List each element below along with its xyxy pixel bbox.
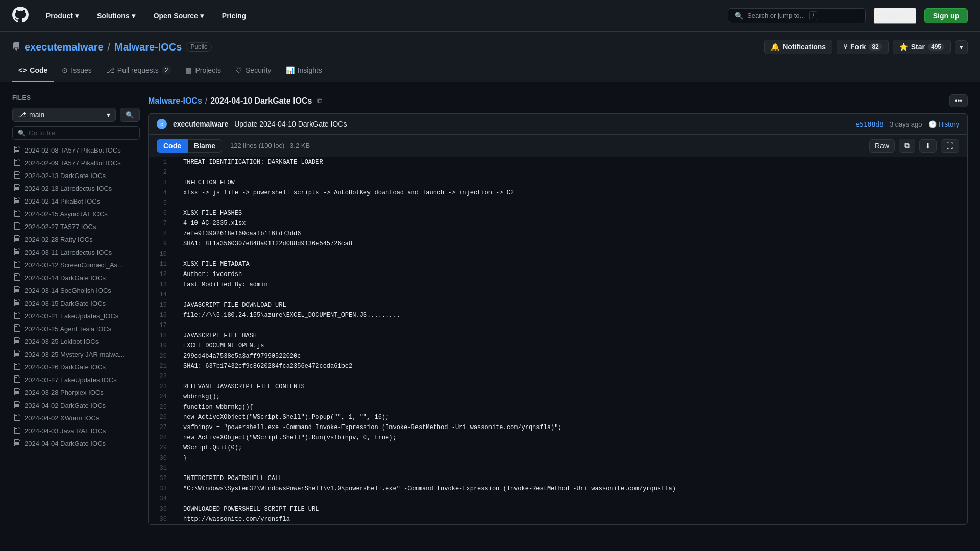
search-bar[interactable]: 🔍 Search or jump to... / <box>728 8 866 23</box>
line-number[interactable]: 33 <box>149 484 175 494</box>
nav-open-source[interactable]: Open Source ▾ <box>149 8 209 24</box>
list-item[interactable]: 2024-03-25 Mystery JAR malwa... <box>12 348 140 361</box>
list-item[interactable]: 2024-03-12 ScreenConnect_As... <box>12 259 140 271</box>
list-item[interactable]: 2024-04-03 Java RAT IOCs <box>12 424 140 437</box>
line-number[interactable]: 36 <box>149 514 175 524</box>
nav-solutions[interactable]: Solutions ▾ <box>92 8 140 24</box>
line-number[interactable]: 7 <box>149 218 175 229</box>
list-item[interactable]: 2024-03-14 SocGholish IOCs <box>12 284 140 297</box>
tab-code[interactable]: <> Code <box>12 62 54 82</box>
line-number[interactable]: 1 <box>149 157 175 167</box>
repo-owner-link[interactable]: executemalware <box>24 41 104 53</box>
go-to-file-search[interactable]: 🔍 Go to file <box>12 126 140 140</box>
line-number[interactable]: 12 <box>149 269 175 280</box>
list-item[interactable]: 2024-04-02 DarkGate IOCs <box>12 399 140 412</box>
list-item[interactable]: 2024-02-09 TA577 PikaBot IOCs <box>12 157 140 169</box>
line-number[interactable]: 3 <box>149 178 175 188</box>
line-number[interactable]: 19 <box>149 341 175 351</box>
star-button[interactable]: ⭐ Star 495 <box>893 40 951 54</box>
line-number[interactable]: 10 <box>149 249 175 259</box>
more-options-button[interactable]: ▾ <box>955 40 968 54</box>
tab-projects[interactable]: ▦ Projects <box>179 62 227 82</box>
github-logo[interactable] <box>12 7 29 24</box>
nav-pricing[interactable]: Pricing <box>217 8 251 24</box>
sign-up-button[interactable]: Sign up <box>924 8 968 23</box>
repo-tabs: <> Code ⊙ Issues ⎇ Pull requests 2 ▦ Pro… <box>12 62 968 82</box>
copy-path-button[interactable]: ⧉ <box>315 96 324 106</box>
line-number[interactable]: 4 <box>149 188 175 198</box>
line-number[interactable]: 21 <box>149 361 175 371</box>
list-item[interactable]: 2024-03-25 Lokibot IOCs <box>12 335 140 348</box>
nav-product[interactable]: Product ▾ <box>41 8 84 24</box>
copy-raw-button[interactable]: ⧉ <box>899 139 915 153</box>
blame-tab[interactable]: Blame <box>188 139 222 153</box>
download-button[interactable]: ⬇ <box>919 139 937 153</box>
search-file-button[interactable]: 🔍 <box>120 108 140 122</box>
list-item[interactable]: 2024-02-08 TA577 PikaBot IOCs <box>12 144 140 157</box>
list-item[interactable]: 2024-04-04 DarkGate IOCs <box>12 437 140 450</box>
list-item[interactable]: 2024-04-02 XWorm IOCs <box>12 412 140 424</box>
line-number[interactable]: 17 <box>149 320 175 331</box>
line-number[interactable]: 9 <box>149 239 175 249</box>
line-number[interactable]: 28 <box>149 433 175 443</box>
line-number[interactable]: 18 <box>149 331 175 341</box>
list-item[interactable]: 2024-02-14 PikaBot IOCs <box>12 195 140 208</box>
line-number[interactable]: 20 <box>149 351 175 361</box>
breadcrumb-repo-link[interactable]: Malware-IOCs <box>148 96 202 106</box>
line-number[interactable]: 34 <box>149 494 175 504</box>
line-number[interactable]: 31 <box>149 463 175 473</box>
commit-hash[interactable]: e5108d8 <box>855 120 884 128</box>
list-item[interactable]: 2024-02-13 DarkGate IOCs <box>12 169 140 182</box>
tab-issues[interactable]: ⊙ Issues <box>56 62 97 82</box>
commit-author[interactable]: executemalware <box>173 120 228 128</box>
file-more-options-button[interactable]: ••• <box>949 94 968 107</box>
history-button[interactable]: 🕐 History <box>928 120 959 128</box>
list-item[interactable]: 2024-03-26 DarkGate IOCs <box>12 361 140 373</box>
fullscreen-button[interactable]: ⛶ <box>941 139 959 153</box>
table-row: 30 } <box>149 453 967 463</box>
raw-button[interactable]: Raw <box>869 139 895 153</box>
code-tab[interactable]: Code <box>157 139 188 153</box>
repo-name-link[interactable]: Malware-IOCs <box>114 41 182 53</box>
line-number[interactable]: 26 <box>149 412 175 422</box>
tab-security[interactable]: 🛡 Security <box>229 62 278 82</box>
list-item[interactable]: 2024-02-15 AsyncRAT IOCs <box>12 208 140 220</box>
line-number[interactable]: 29 <box>149 443 175 453</box>
line-number[interactable]: 11 <box>149 259 175 269</box>
list-item[interactable]: 2024-03-28 Phorpiex IOCs <box>12 386 140 399</box>
tab-insights[interactable]: 📊 Insights <box>280 62 328 82</box>
fork-button[interactable]: ⑂ Fork 82 <box>837 40 889 54</box>
tab-pull-requests[interactable]: ⎇ Pull requests 2 <box>100 62 178 82</box>
list-item[interactable]: 2024-03-14 DarkGate IOCs <box>12 271 140 284</box>
list-item[interactable]: 2024-03-21 FakeUpdates_IOCs <box>12 310 140 322</box>
line-number[interactable]: 23 <box>149 382 175 392</box>
notifications-button[interactable]: 🔔 Notifications <box>764 40 832 54</box>
line-number[interactable]: 16 <box>149 310 175 320</box>
line-code: WScript.Quit(0); <box>175 443 967 453</box>
line-number[interactable]: 35 <box>149 504 175 514</box>
line-number[interactable]: 8 <box>149 229 175 239</box>
list-item[interactable]: 2024-02-13 Latrodectus IOCs <box>12 182 140 195</box>
list-item[interactable]: 2024-03-15 DarkGate IOCs <box>12 297 140 310</box>
list-item[interactable]: 2024-03-11 Latrodectus IOCs <box>12 246 140 259</box>
list-item[interactable]: 2024-03-25 Agent Tesla IOCs <box>12 322 140 335</box>
line-number[interactable]: 2 <box>149 167 175 178</box>
line-number[interactable]: 30 <box>149 453 175 463</box>
expand-icon: ⛶ <box>946 142 953 150</box>
list-item[interactable]: 2024-02-27 TA577 IOCs <box>12 220 140 233</box>
list-item[interactable]: 2024-03-27 FakeUpdates IOCs <box>12 373 140 386</box>
line-number[interactable]: 24 <box>149 392 175 402</box>
line-number[interactable]: 5 <box>149 198 175 208</box>
line-number[interactable]: 13 <box>149 280 175 290</box>
line-number[interactable]: 6 <box>149 208 175 218</box>
line-number[interactable]: 22 <box>149 371 175 382</box>
sign-in-button[interactable]: Sign in <box>874 8 916 24</box>
line-number[interactable]: 25 <box>149 402 175 412</box>
branch-selector[interactable]: ⎇ main ▾ <box>12 108 116 122</box>
line-number[interactable]: 15 <box>149 300 175 310</box>
line-number[interactable]: 32 <box>149 473 175 484</box>
line-number[interactable]: 14 <box>149 290 175 300</box>
search-shortcut-key: / <box>809 11 817 20</box>
line-number[interactable]: 27 <box>149 422 175 433</box>
list-item[interactable]: 2024-02-28 Ratty IOCs <box>12 233 140 246</box>
